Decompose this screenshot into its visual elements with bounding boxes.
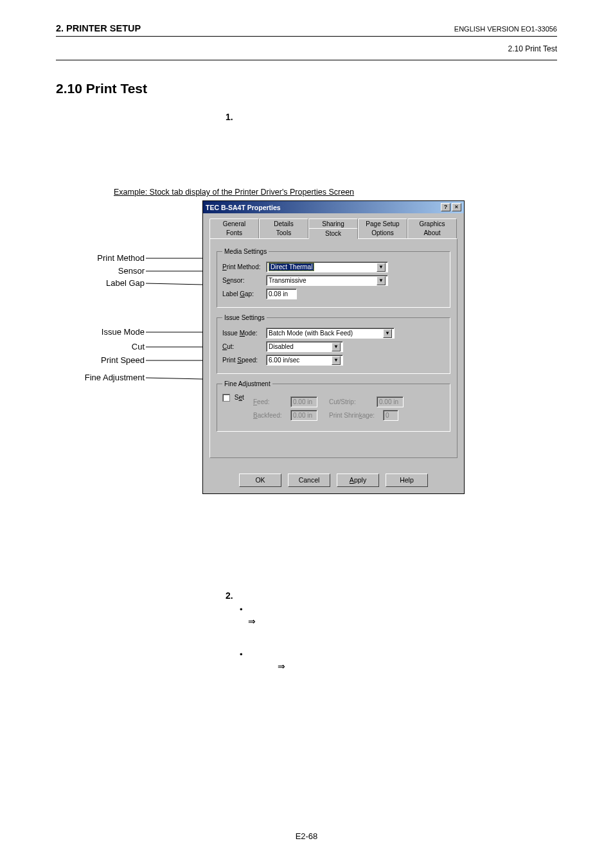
- properties-dialog: TEC B-SA4T Properties ? × General Detail…: [202, 200, 465, 494]
- chevron-down-icon: ▼: [332, 356, 341, 365]
- group-issue-settings: Issue Settings Issue Mode: Batch Mode (w…: [217, 314, 450, 374]
- step-1: 1.: [226, 112, 240, 122]
- titlebar-close-button[interactable]: ×: [452, 203, 461, 211]
- input-shrinkage: 0: [383, 410, 398, 421]
- tab-fonts[interactable]: Fonts: [209, 227, 259, 238]
- group-fine-adjustment: Fine Adjustment Set Feed: 0.00 in: [217, 380, 450, 432]
- bullet-icon: •: [240, 605, 243, 614]
- label-print-speed: Print Speed:: [222, 357, 262, 364]
- help-button[interactable]: Help: [386, 474, 428, 487]
- apply-button[interactable]: Apply: [337, 474, 379, 487]
- tab-details[interactable]: Details: [259, 218, 308, 229]
- chevron-down-icon: ▼: [332, 342, 341, 351]
- section-title: 2.10 Print Test: [56, 81, 557, 96]
- input-feed: 0.00 in: [290, 396, 317, 407]
- dialog-title: TEC B-SA4T Properties: [206, 204, 281, 211]
- example-caption: Example: Stock tab display of the Printe…: [114, 188, 557, 197]
- arrow-icon: ⇒: [248, 616, 256, 626]
- tab-tools[interactable]: Tools: [259, 227, 308, 238]
- chevron-down-icon: ▼: [377, 276, 386, 285]
- label-print-method: Print Method:: [222, 263, 262, 270]
- callout-cut: Cut: [132, 342, 145, 351]
- combo-print-method[interactable]: Direct Thermal ▼: [266, 261, 388, 272]
- label-sensor: Sensor:: [222, 277, 262, 284]
- callout-label-gap: Label Gap: [106, 278, 145, 288]
- label-shrinkage: Print Shrinkage:: [329, 412, 379, 419]
- combo-issue-mode[interactable]: Batch Mode (with Back Feed) ▼: [266, 328, 395, 339]
- chevron-down-icon: ▼: [383, 329, 392, 338]
- header-sub: 2.10 Print Test: [56, 37, 557, 58]
- label-label-gap: Label Gap:: [222, 290, 262, 297]
- label-feed: Feed:: [253, 398, 287, 405]
- svg-line-2: [146, 283, 202, 285]
- combo-print-speed[interactable]: 6.00 in/sec ▼: [266, 355, 343, 366]
- legend-issue: Issue Settings: [222, 314, 267, 321]
- tab-page-setup[interactable]: Page Setup: [358, 218, 407, 229]
- bullet-icon: •: [240, 650, 243, 659]
- label-backfeed: Backfeed:: [253, 412, 287, 419]
- label-set: Set: [235, 394, 244, 401]
- divider-bottom: [56, 60, 557, 60]
- tab-graphics[interactable]: Graphics: [407, 218, 457, 229]
- input-label-gap[interactable]: 0.08 in: [266, 288, 297, 299]
- tab-options[interactable]: Options: [358, 227, 407, 238]
- combo-sensor[interactable]: Transmissive ▼: [266, 275, 388, 286]
- label-cutstrip: Cut/Strip:: [329, 398, 373, 405]
- tab-about[interactable]: About: [407, 227, 457, 238]
- legend-media: Media Settings: [222, 248, 269, 255]
- header-left: 2. PRINTER SETUP: [56, 23, 141, 33]
- callout-fine-adjustment: Fine Adjustment: [85, 373, 145, 382]
- callout-issue-mode: Issue Mode: [102, 327, 145, 337]
- tab-sharing[interactable]: Sharing: [308, 218, 358, 229]
- group-media-settings: Media Settings Print Method: Direct Ther…: [217, 248, 450, 308]
- input-cutstrip: 0.00 in: [377, 396, 404, 407]
- tab-general[interactable]: General: [209, 218, 259, 229]
- chevron-down-icon: ▼: [377, 263, 386, 272]
- input-backfeed: 0.00 in: [290, 410, 317, 421]
- tab-stock[interactable]: Stock: [308, 228, 358, 239]
- cancel-button[interactable]: Cancel: [288, 474, 330, 487]
- checkbox-set[interactable]: [222, 394, 230, 402]
- titlebar-help-button[interactable]: ?: [441, 203, 450, 211]
- step-2: 2.: [226, 590, 240, 601]
- callout-print-method: Print Method: [97, 253, 145, 263]
- dialog-titlebar: TEC B-SA4T Properties ? ×: [203, 201, 464, 213]
- callout-print-speed: Print Speed: [101, 355, 145, 365]
- label-cut: Cut:: [222, 343, 262, 350]
- page-footer: E2-68: [0, 831, 613, 841]
- legend-fine: Fine Adjustment: [222, 380, 272, 387]
- arrow-icon: ⇒: [278, 661, 285, 671]
- svg-line-6: [146, 378, 202, 379]
- ok-button[interactable]: OK: [239, 474, 281, 487]
- callouts-column: Print Method Sensor Label Gap Issue Mode…: [56, 200, 145, 445]
- label-issue-mode: Issue Mode:: [222, 330, 262, 337]
- combo-cut[interactable]: Disabled ▼: [266, 341, 343, 352]
- header-right: ENGLISH VERSION EO1-33056: [454, 25, 557, 33]
- callout-sensor: Sensor: [118, 266, 145, 276]
